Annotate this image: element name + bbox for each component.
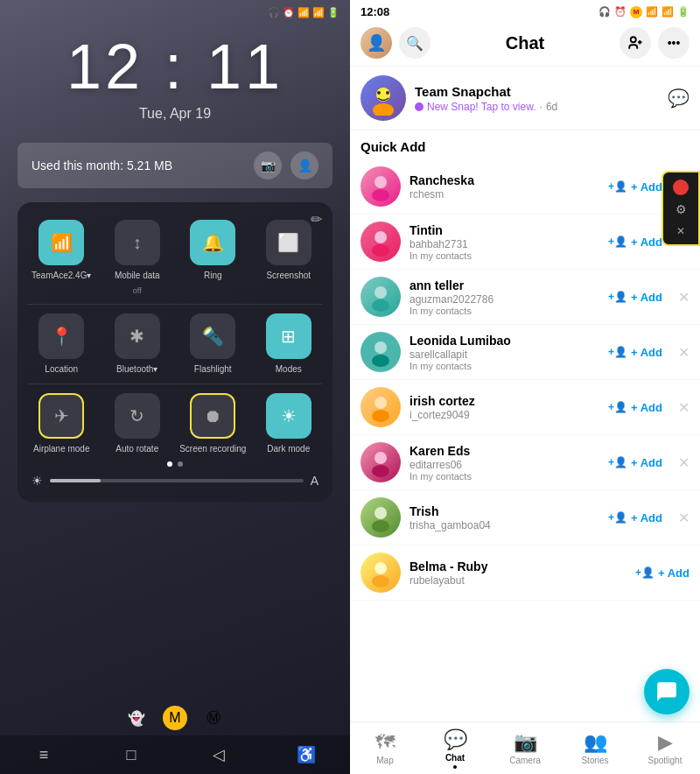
nav-spotlight[interactable]: ▶ Spotlight	[630, 731, 700, 765]
tintin-info: Tintin bahbah2731 In my contacts	[410, 223, 599, 261]
qs-screenshot[interactable]: ⬜ Screenshot	[256, 220, 323, 295]
svg-point-17	[374, 452, 387, 464]
back-nav-btn[interactable]: ◁	[201, 737, 236, 772]
nav-camera[interactable]: 📷 Camera	[490, 731, 560, 765]
svg-point-16	[372, 410, 389, 422]
chat-bubble-icon[interactable]: 💬	[668, 88, 690, 109]
ann-avatar	[360, 277, 401, 317]
add-friend-button[interactable]	[620, 27, 651, 59]
add-irish-button[interactable]: +👤 + Add	[608, 401, 662, 414]
camera-label: Camera	[509, 756, 541, 765]
camera-shortcut-icon[interactable]: 📷	[254, 151, 282, 179]
add-trish-button[interactable]: +👤 + Add	[608, 511, 662, 524]
status-bar-left: 🎧 ⏰ 📶 📶 🔋	[0, 0, 350, 22]
qs-location[interactable]: 📍 Location	[28, 313, 95, 375]
trish-name: Trish	[410, 504, 599, 518]
dismiss-irish-button[interactable]: ✕	[678, 399, 690, 416]
add-label-8: + Add	[658, 566, 690, 580]
edit-icon[interactable]: ✏	[311, 211, 322, 228]
ann-info: ann teller aguzman2022786 In my contacts	[410, 278, 599, 316]
map-label: Map	[376, 756, 393, 765]
dismiss-ann-button[interactable]: ✕	[678, 289, 690, 306]
app-shortcut-3-icon[interactable]: Ⓜ	[201, 706, 226, 730]
brightness-icon: ☀	[32, 474, 43, 488]
rancheska-name: Rancheska	[410, 173, 599, 187]
add-ann-button[interactable]: +👤 + Add	[608, 291, 662, 304]
rancheska-username: rchesm	[410, 188, 599, 201]
search-button[interactable]: 🔍	[399, 27, 430, 59]
more-options-button[interactable]: •••	[658, 27, 690, 59]
tintin-username: bahbah2731	[410, 238, 599, 250]
profile-shortcut-icon[interactable]: 👤	[290, 151, 318, 179]
qs-modes[interactable]: ⊞ Modes	[256, 313, 323, 375]
nav-stories[interactable]: 👥 Stories	[560, 731, 630, 765]
dismiss-leonida-button[interactable]: ✕	[678, 344, 690, 361]
user-avatar[interactable]: 👤	[360, 27, 392, 59]
qs-screenrecord[interactable]: ⏺ Screen recording	[179, 393, 247, 454]
compose-fab-button[interactable]	[644, 669, 690, 714]
screenshot-toggle[interactable]: ⬜	[266, 220, 312, 265]
bluetooth-label: Bluetooth▾	[116, 364, 158, 375]
qs-flashlight[interactable]: 🔦 Flashlight	[179, 313, 247, 375]
qs-darkmode[interactable]: ☀ Dark mode	[256, 393, 323, 454]
bluetooth-toggle[interactable]: ✱	[115, 313, 160, 359]
karen-name: Karen Eds	[410, 444, 599, 458]
darkmode-toggle[interactable]: ☀	[266, 393, 312, 439]
accessibility-nav-btn[interactable]: ♿	[289, 737, 324, 772]
mcdonalds-notification-icon: M	[630, 6, 642, 18]
leonida-info: Leonida Lumibao sarellcallapit In my con…	[410, 334, 599, 371]
menu-nav-btn[interactable]: ≡	[26, 737, 61, 772]
tintin-mutual: In my contacts	[410, 250, 599, 261]
qs-ring[interactable]: 🔔 Ring	[179, 220, 247, 295]
record-close-icon[interactable]: ✕	[676, 225, 685, 237]
add-tintin-button[interactable]: +👤 + Add	[608, 236, 662, 249]
dismiss-karen-button[interactable]: ✕	[678, 454, 690, 471]
leonida-avatar	[360, 332, 401, 372]
keyboard-icon[interactable]: A	[311, 474, 318, 488]
mobile-data-toggle[interactable]: ↕	[115, 220, 160, 265]
add-label-7: + Add	[631, 511, 662, 524]
autorotate-toggle[interactable]: ↻	[115, 393, 160, 439]
irish-avatar	[360, 387, 401, 427]
mcdonalds-shortcut-icon[interactable]: M	[163, 706, 187, 730]
chat-icon: 💬	[444, 728, 467, 751]
contact-row-rancheska: Rancheska rchesm +👤 + Add ✕	[350, 159, 700, 215]
nav-map[interactable]: 🗺 Map	[350, 731, 420, 765]
dismiss-trish-button[interactable]: ✕	[678, 510, 690, 526]
irish-info: irish cortez i_cortez9049	[410, 394, 599, 421]
modes-toggle[interactable]: ⊞	[266, 313, 312, 359]
add-leonida-button[interactable]: +👤 + Add	[608, 346, 662, 359]
karen-mutual: In my contacts	[410, 471, 599, 482]
ann-name: ann teller	[410, 278, 599, 292]
add-karen-button[interactable]: +👤 + Add	[608, 456, 662, 469]
qs-wifi[interactable]: 📶 TeamAce2.4G▾	[28, 220, 95, 295]
add-belma-button[interactable]: +👤 + Add	[635, 566, 690, 580]
qs-bluetooth[interactable]: ✱ Bluetooth▾	[104, 313, 172, 375]
airplane-toggle[interactable]: ✈	[38, 393, 84, 439]
location-toggle[interactable]: 📍	[38, 313, 84, 359]
contact-row-irish: irish cortez i_cortez9049 +👤 + Add ✕	[350, 380, 700, 435]
team-snapchat-row[interactable]: Team Snapchat New Snap! Tap to view. · 6…	[350, 67, 700, 130]
home-nav-btn[interactable]: □	[114, 737, 149, 772]
ring-toggle[interactable]: 🔔	[190, 220, 235, 265]
add-icon-4: +👤	[608, 346, 627, 358]
record-dot-icon	[673, 179, 689, 195]
recording-widget[interactable]: ⚙ ✕	[662, 171, 700, 246]
add-rancheska-button[interactable]: +👤 + Add	[608, 180, 662, 194]
svg-point-10	[372, 244, 389, 257]
status-icons-right: 🎧 ⏰ M 📶 📶 🔋	[598, 6, 690, 18]
ann-username: aguzman2022786	[410, 293, 599, 306]
qs-mobile-data[interactable]: ↕ Mobile data off	[104, 220, 172, 295]
contact-row-belma: Belma - Ruby rubelayabut +👤 + Add	[350, 545, 700, 601]
brightness-bar[interactable]	[50, 479, 304, 482]
record-settings-icon[interactable]: ⚙	[676, 202, 687, 216]
flashlight-toggle[interactable]: 🔦	[190, 313, 235, 359]
snapchat-shortcut-icon[interactable]: 👻	[124, 706, 149, 730]
quick-settings-panel: ✏ 📶 TeamAce2.4G▾ ↕ Mobile data off 🔔 Rin…	[18, 202, 332, 502]
qs-autorotate[interactable]: ↻ Auto rotate	[104, 393, 172, 454]
contact-row-tintin: Tintin bahbah2731 In my contacts +👤 + Ad…	[350, 215, 700, 270]
wifi-toggle[interactable]: 📶	[38, 220, 84, 265]
nav-chat[interactable]: 💬 Chat	[420, 728, 490, 769]
screenrecord-toggle[interactable]: ⏺	[190, 393, 235, 439]
qs-airplane[interactable]: ✈ Airplane mode	[28, 393, 95, 454]
